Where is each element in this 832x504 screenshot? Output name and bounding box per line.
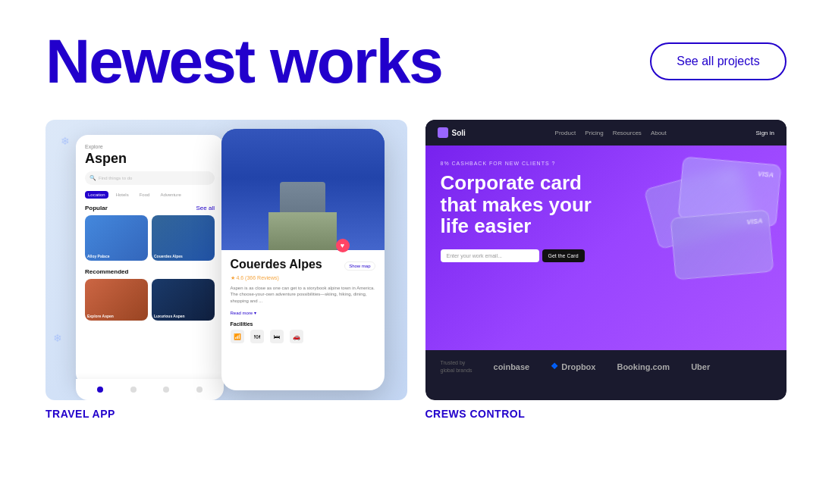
tab-hotels[interactable]: Hotels <box>113 191 132 199</box>
logo-square <box>438 127 448 138</box>
recommended-cards: Explore Aspen Luxurious Aspen <box>85 279 215 321</box>
bottom-navigation <box>76 379 224 400</box>
tab-location[interactable]: Location <box>85 191 108 199</box>
bed-icon: 🛏 <box>270 330 284 343</box>
read-more-link[interactable]: Read more ▾ <box>231 310 375 315</box>
brands-bar: Trusted byglobal brands coinbase ❖ Dropb… <box>425 350 787 383</box>
facility-icons: 📶 🍽 🛏 🚗 <box>231 330 375 343</box>
brand-coinbase: coinbase <box>494 362 530 371</box>
large-phone: ♥ Couerdes Alpes Show map ★ 4.6 (366 Rev… <box>221 129 385 390</box>
tab-food[interactable]: Food <box>137 191 153 199</box>
facilities-label: Facilities <box>231 321 375 327</box>
nav-search-icon[interactable] <box>130 387 137 393</box>
city-row: Couerdes Alpes Show map <box>231 258 375 274</box>
phone-search-bar[interactable]: 🔍 Find things to do <box>85 171 215 185</box>
snowflake-1: ❄ <box>61 135 70 147</box>
crews-navbar: Soli Product Pricing Resources About Sig… <box>425 120 787 146</box>
search-placeholder-text: Find things to do <box>99 176 132 180</box>
brand-dropbox: ❖ Dropbox <box>551 362 595 371</box>
phone-city: Aspen <box>85 151 215 167</box>
nav-profile-icon[interactable] <box>196 387 203 393</box>
dropbox-icon: ❖ <box>551 362 558 371</box>
project-card-crews: Soli Product Pricing Resources About Sig… <box>425 120 787 420</box>
card-label-1: Alloy Palace <box>87 254 109 258</box>
crews-mockup-bg: Soli Product Pricing Resources About Sig… <box>425 120 787 400</box>
nav-heart-icon[interactable] <box>163 387 169 393</box>
logo-text: Soli <box>452 129 466 137</box>
place-image <box>221 129 385 250</box>
popular-card-2: Couerdes Alpes <box>152 215 215 261</box>
rec-label-1: Explore Aspen <box>87 314 114 318</box>
cashback-text: 8% CASHBACK FOR NEW CLIENTS ? <box>441 161 772 166</box>
place-description: Aspen is as close as one can get to a st… <box>231 285 375 304</box>
rec-card-2: Luxurious Aspen <box>152 279 215 321</box>
page-header: Newest works See all projects <box>46 30 786 92</box>
nav-product[interactable]: Product <box>555 130 576 136</box>
projects-grid: ❄ ❄ ❄ ❄ ❄ Explore Aspen 🔍 Find things to… <box>46 120 786 420</box>
card-label-2: Couerdes Alpes <box>154 254 183 258</box>
car-icon: 🚗 <box>290 330 303 343</box>
building-base <box>268 212 337 250</box>
brand-uber: Uber <box>691 362 710 371</box>
restaurant-icon: 🍽 <box>250 330 264 343</box>
snowflake-3: ❄ <box>53 332 62 344</box>
rec-card-1: Explore Aspen <box>85 279 148 321</box>
crews-nav-links: Product Pricing Resources About <box>555 130 667 136</box>
crews-hero-section: 8% CASHBACK FOR NEW CLIENTS ? Corporate … <box>425 146 787 350</box>
popular-section: Popular See all <box>85 205 215 211</box>
crews-label[interactable]: CREWS CONTROL <box>425 408 787 420</box>
heart-icon[interactable]: ♥ <box>336 239 350 252</box>
see-all-link[interactable]: See all <box>196 205 215 211</box>
wifi-icon: 📶 <box>231 330 244 343</box>
crews-hero-content: 8% CASHBACK FOR NEW CLIENTS ? Corporate … <box>441 161 772 335</box>
email-input[interactable]: Enter your work email... <box>441 249 539 262</box>
popular-card-1: Alloy Palace <box>85 215 148 261</box>
rec-label-2: Luxurious Aspen <box>154 314 185 318</box>
crews-logo: Soli <box>438 127 466 138</box>
tab-adventure[interactable]: Adventure <box>157 191 184 199</box>
get-card-button[interactable]: Get the Card <box>542 249 585 262</box>
small-phone: Explore Aspen 🔍 Find things to do Locati… <box>76 135 224 385</box>
crews-form: Enter your work email... Get the Card <box>441 249 772 262</box>
trusted-label: Trusted byglobal brands <box>441 359 473 374</box>
explore-label: Explore <box>85 144 215 149</box>
travel-app-label[interactable]: TRAVEL APP <box>46 408 407 420</box>
rating: ★ 4.6 (366 Reviews) <box>231 275 375 281</box>
travel-mockup-bg: ❄ ❄ ❄ ❄ ❄ Explore Aspen 🔍 Find things to… <box>46 120 407 400</box>
nav-resources[interactable]: Resources <box>613 130 642 136</box>
popular-cards: Alloy Palace Couerdes Alpes <box>85 215 215 261</box>
show-map-button[interactable]: Show map <box>344 261 375 271</box>
travel-app-preview[interactable]: ❄ ❄ ❄ ❄ ❄ Explore Aspen 🔍 Find things to… <box>46 120 407 400</box>
nav-signin[interactable]: Sign in <box>756 130 774 136</box>
see-all-button[interactable]: See all projects <box>650 42 786 80</box>
nav-about[interactable]: About <box>651 130 667 136</box>
recommended-section: Recommended <box>85 268 215 275</box>
project-card-travel: ❄ ❄ ❄ ❄ ❄ Explore Aspen 🔍 Find things to… <box>46 120 407 420</box>
page-title: Newest works <box>46 30 442 92</box>
brand-booking: Booking.com <box>617 362 670 371</box>
crews-preview[interactable]: Soli Product Pricing Resources About Sig… <box>425 120 787 400</box>
place-content: Couerdes Alpes Show map ★ 4.6 (366 Revie… <box>221 250 385 351</box>
detail-city: Couerdes Alpes <box>231 258 322 271</box>
phone-tabs: Location Hotels Food Adventure <box>85 191 215 199</box>
nav-pricing[interactable]: Pricing <box>585 130 603 136</box>
crews-headline: Corporate card that makes your life easi… <box>441 172 592 237</box>
nav-home-icon[interactable] <box>97 387 103 393</box>
